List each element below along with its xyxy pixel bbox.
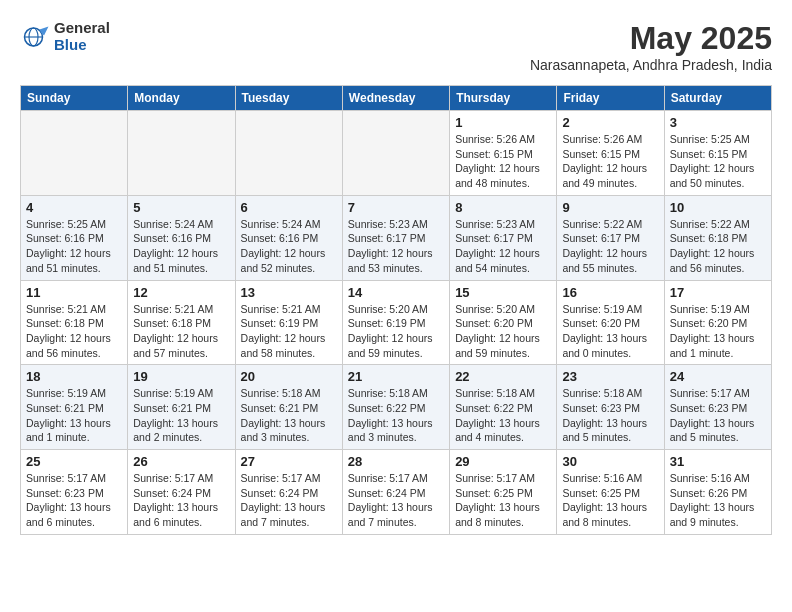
table-row: 7Sunrise: 5:23 AM Sunset: 6:17 PM Daylig…: [342, 195, 449, 280]
day-number: 31: [670, 454, 766, 469]
calendar-table: Sunday Monday Tuesday Wednesday Thursday…: [20, 85, 772, 535]
day-info: Sunrise: 5:22 AM Sunset: 6:18 PM Dayligh…: [670, 217, 766, 276]
day-number: 1: [455, 115, 551, 130]
day-number: 28: [348, 454, 444, 469]
table-row: 1Sunrise: 5:26 AM Sunset: 6:15 PM Daylig…: [450, 111, 557, 196]
day-info: Sunrise: 5:18 AM Sunset: 6:22 PM Dayligh…: [455, 386, 551, 445]
table-row: 31Sunrise: 5:16 AM Sunset: 6:26 PM Dayli…: [664, 450, 771, 535]
day-number: 12: [133, 285, 229, 300]
day-info: Sunrise: 5:25 AM Sunset: 6:15 PM Dayligh…: [670, 132, 766, 191]
day-number: 10: [670, 200, 766, 215]
table-row: 12Sunrise: 5:21 AM Sunset: 6:18 PM Dayli…: [128, 280, 235, 365]
day-info: Sunrise: 5:16 AM Sunset: 6:25 PM Dayligh…: [562, 471, 658, 530]
calendar-week-row: 11Sunrise: 5:21 AM Sunset: 6:18 PM Dayli…: [21, 280, 772, 365]
header-monday: Monday: [128, 86, 235, 111]
logo-blue-label: Blue: [54, 37, 110, 54]
header-friday: Friday: [557, 86, 664, 111]
table-row: 5Sunrise: 5:24 AM Sunset: 6:16 PM Daylig…: [128, 195, 235, 280]
page-header: General Blue May 2025 Narasannapeta, And…: [20, 20, 772, 73]
day-number: 8: [455, 200, 551, 215]
table-row: 10Sunrise: 5:22 AM Sunset: 6:18 PM Dayli…: [664, 195, 771, 280]
table-row: 30Sunrise: 5:16 AM Sunset: 6:25 PM Dayli…: [557, 450, 664, 535]
day-number: 3: [670, 115, 766, 130]
header-tuesday: Tuesday: [235, 86, 342, 111]
day-info: Sunrise: 5:17 AM Sunset: 6:24 PM Dayligh…: [348, 471, 444, 530]
day-info: Sunrise: 5:21 AM Sunset: 6:18 PM Dayligh…: [133, 302, 229, 361]
day-number: 22: [455, 369, 551, 384]
table-row: [21, 111, 128, 196]
day-number: 26: [133, 454, 229, 469]
day-info: Sunrise: 5:25 AM Sunset: 6:16 PM Dayligh…: [26, 217, 122, 276]
header-sunday: Sunday: [21, 86, 128, 111]
day-info: Sunrise: 5:24 AM Sunset: 6:16 PM Dayligh…: [133, 217, 229, 276]
day-number: 21: [348, 369, 444, 384]
table-row: 19Sunrise: 5:19 AM Sunset: 6:21 PM Dayli…: [128, 365, 235, 450]
day-info: Sunrise: 5:23 AM Sunset: 6:17 PM Dayligh…: [348, 217, 444, 276]
table-row: 28Sunrise: 5:17 AM Sunset: 6:24 PM Dayli…: [342, 450, 449, 535]
day-number: 25: [26, 454, 122, 469]
day-number: 13: [241, 285, 337, 300]
day-info: Sunrise: 5:20 AM Sunset: 6:20 PM Dayligh…: [455, 302, 551, 361]
table-row: 3Sunrise: 5:25 AM Sunset: 6:15 PM Daylig…: [664, 111, 771, 196]
header-thursday: Thursday: [450, 86, 557, 111]
day-number: 11: [26, 285, 122, 300]
table-row: 22Sunrise: 5:18 AM Sunset: 6:22 PM Dayli…: [450, 365, 557, 450]
logo: General Blue: [20, 20, 110, 53]
table-row: 11Sunrise: 5:21 AM Sunset: 6:18 PM Dayli…: [21, 280, 128, 365]
day-number: 17: [670, 285, 766, 300]
day-number: 16: [562, 285, 658, 300]
calendar-header-row: Sunday Monday Tuesday Wednesday Thursday…: [21, 86, 772, 111]
day-number: 2: [562, 115, 658, 130]
day-number: 27: [241, 454, 337, 469]
day-info: Sunrise: 5:23 AM Sunset: 6:17 PM Dayligh…: [455, 217, 551, 276]
calendar-week-row: 4Sunrise: 5:25 AM Sunset: 6:16 PM Daylig…: [21, 195, 772, 280]
table-row: 4Sunrise: 5:25 AM Sunset: 6:16 PM Daylig…: [21, 195, 128, 280]
table-row: [342, 111, 449, 196]
day-info: Sunrise: 5:19 AM Sunset: 6:20 PM Dayligh…: [562, 302, 658, 361]
day-number: 20: [241, 369, 337, 384]
day-info: Sunrise: 5:18 AM Sunset: 6:21 PM Dayligh…: [241, 386, 337, 445]
day-number: 9: [562, 200, 658, 215]
table-row: 23Sunrise: 5:18 AM Sunset: 6:23 PM Dayli…: [557, 365, 664, 450]
table-row: 13Sunrise: 5:21 AM Sunset: 6:19 PM Dayli…: [235, 280, 342, 365]
day-number: 19: [133, 369, 229, 384]
day-info: Sunrise: 5:19 AM Sunset: 6:20 PM Dayligh…: [670, 302, 766, 361]
day-info: Sunrise: 5:20 AM Sunset: 6:19 PM Dayligh…: [348, 302, 444, 361]
day-info: Sunrise: 5:17 AM Sunset: 6:23 PM Dayligh…: [26, 471, 122, 530]
title-area: May 2025 Narasannapeta, Andhra Pradesh, …: [530, 20, 772, 73]
table-row: 17Sunrise: 5:19 AM Sunset: 6:20 PM Dayli…: [664, 280, 771, 365]
table-row: 24Sunrise: 5:17 AM Sunset: 6:23 PM Dayli…: [664, 365, 771, 450]
table-row: 8Sunrise: 5:23 AM Sunset: 6:17 PM Daylig…: [450, 195, 557, 280]
day-number: 23: [562, 369, 658, 384]
table-row: 26Sunrise: 5:17 AM Sunset: 6:24 PM Dayli…: [128, 450, 235, 535]
location-subtitle: Narasannapeta, Andhra Pradesh, India: [530, 57, 772, 73]
table-row: 21Sunrise: 5:18 AM Sunset: 6:22 PM Dayli…: [342, 365, 449, 450]
table-row: 9Sunrise: 5:22 AM Sunset: 6:17 PM Daylig…: [557, 195, 664, 280]
day-info: Sunrise: 5:18 AM Sunset: 6:22 PM Dayligh…: [348, 386, 444, 445]
table-row: [235, 111, 342, 196]
table-row: 14Sunrise: 5:20 AM Sunset: 6:19 PM Dayli…: [342, 280, 449, 365]
day-info: Sunrise: 5:26 AM Sunset: 6:15 PM Dayligh…: [562, 132, 658, 191]
logo-general-label: General: [54, 20, 110, 37]
table-row: 29Sunrise: 5:17 AM Sunset: 6:25 PM Dayli…: [450, 450, 557, 535]
day-number: 4: [26, 200, 122, 215]
day-number: 14: [348, 285, 444, 300]
day-info: Sunrise: 5:17 AM Sunset: 6:25 PM Dayligh…: [455, 471, 551, 530]
table-row: 16Sunrise: 5:19 AM Sunset: 6:20 PM Dayli…: [557, 280, 664, 365]
month-title: May 2025: [530, 20, 772, 57]
day-info: Sunrise: 5:24 AM Sunset: 6:16 PM Dayligh…: [241, 217, 337, 276]
calendar-week-row: 25Sunrise: 5:17 AM Sunset: 6:23 PM Dayli…: [21, 450, 772, 535]
day-info: Sunrise: 5:19 AM Sunset: 6:21 PM Dayligh…: [133, 386, 229, 445]
table-row: 6Sunrise: 5:24 AM Sunset: 6:16 PM Daylig…: [235, 195, 342, 280]
logo-text: General Blue: [54, 20, 110, 53]
table-row: 18Sunrise: 5:19 AM Sunset: 6:21 PM Dayli…: [21, 365, 128, 450]
header-saturday: Saturday: [664, 86, 771, 111]
calendar-week-row: 18Sunrise: 5:19 AM Sunset: 6:21 PM Dayli…: [21, 365, 772, 450]
day-info: Sunrise: 5:21 AM Sunset: 6:19 PM Dayligh…: [241, 302, 337, 361]
day-number: 29: [455, 454, 551, 469]
table-row: 15Sunrise: 5:20 AM Sunset: 6:20 PM Dayli…: [450, 280, 557, 365]
header-wednesday: Wednesday: [342, 86, 449, 111]
day-info: Sunrise: 5:19 AM Sunset: 6:21 PM Dayligh…: [26, 386, 122, 445]
day-number: 7: [348, 200, 444, 215]
day-info: Sunrise: 5:17 AM Sunset: 6:24 PM Dayligh…: [133, 471, 229, 530]
